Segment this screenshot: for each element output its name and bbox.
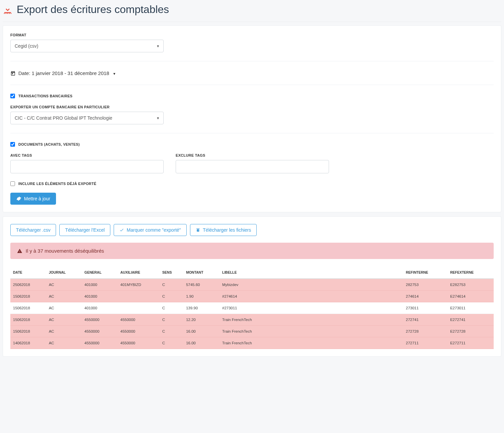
cell-sens: C bbox=[160, 326, 183, 337]
entries-table: DATE JOURNAL GENERAL AUXILIAIRE SENS MON… bbox=[10, 266, 494, 349]
download-icon bbox=[3, 5, 13, 15]
table-row: 15062018AC401000C1.90#274614274614E27461… bbox=[10, 291, 494, 302]
bank-account-select[interactable]: CIC - C/C Contrat PRO Global IPT Technol… bbox=[10, 112, 164, 124]
cell-general: 401000 bbox=[82, 302, 118, 314]
gears-icon bbox=[16, 196, 21, 201]
col-general: GENERAL bbox=[82, 266, 118, 279]
col-refinterne: REFINTERNE bbox=[403, 266, 447, 279]
download-files-button[interactable]: Télécharger les fichiers bbox=[190, 224, 257, 236]
warning-alert: Il y à 37 mouvements déséquilibrés bbox=[10, 243, 494, 259]
cell-libelle: Mybizdev bbox=[219, 279, 403, 291]
results-panel: Télécharger .csv Télécharger l'Excel Mar… bbox=[3, 216, 501, 357]
cell-refinterne: 272728 bbox=[403, 326, 447, 337]
cell-auxiliaire bbox=[118, 291, 160, 302]
date-range-picker[interactable]: Date: 1 janvier 2018 - 31 décembre 2018 bbox=[10, 70, 494, 76]
cell-libelle: Train FrenchTech bbox=[219, 337, 403, 349]
mark-exported-button[interactable]: Marquer comme "exporté" bbox=[114, 224, 186, 236]
cell-date: 15062018 bbox=[10, 326, 46, 337]
col-auxiliaire: AUXILIAIRE bbox=[118, 266, 160, 279]
include-exported-checkbox[interactable] bbox=[10, 181, 15, 186]
separator bbox=[10, 85, 494, 85]
cell-auxiliaire: 401MYBIZD bbox=[118, 279, 160, 291]
page-header: Export des écritures comptables bbox=[3, 0, 501, 22]
date-range-text: Date: 1 janvier 2018 - 31 décembre 2018 bbox=[18, 70, 109, 76]
update-button[interactable]: Mettre à jour bbox=[10, 193, 56, 205]
table-row: 25062018AC401000401MYBIZDC5745.60Mybizde… bbox=[10, 279, 494, 291]
warning-icon bbox=[17, 248, 22, 254]
cell-journal: AC bbox=[46, 314, 82, 326]
cell-journal: AC bbox=[46, 279, 82, 291]
cell-general: 401000 bbox=[82, 279, 118, 291]
col-date: DATE bbox=[10, 266, 46, 279]
cell-refinterne: 273011 bbox=[403, 302, 447, 314]
cell-refinterne: 282753 bbox=[403, 279, 447, 291]
cell-date: 14062018 bbox=[10, 337, 46, 349]
include-exported-label: INCLURE LES ÉLÉMENTS DÉJÀ EXPORTÉ bbox=[18, 182, 96, 186]
with-tags-input[interactable] bbox=[10, 160, 164, 173]
cell-sens: C bbox=[160, 291, 183, 302]
cell-date: 15062018 bbox=[10, 314, 46, 326]
download-excel-button[interactable]: Télécharger l'Excel bbox=[59, 224, 110, 236]
action-buttons: Télécharger .csv Télécharger l'Excel Mar… bbox=[10, 224, 494, 236]
cell-date: 25062018 bbox=[10, 279, 46, 291]
col-journal: JOURNAL bbox=[46, 266, 82, 279]
cell-journal: AC bbox=[46, 326, 82, 337]
transactions-checkbox-row: TRANSACTIONS BANCAIRES bbox=[10, 94, 494, 98]
documents-checkbox-row: DOCUMENTS (ACHATS, VENTES) bbox=[10, 142, 494, 147]
cell-libelle: Train FrenchTech bbox=[219, 314, 403, 326]
cell-auxiliaire: 4550000 bbox=[118, 326, 160, 337]
cell-refexterne: E273011 bbox=[447, 302, 494, 314]
cell-refexterne: E272741 bbox=[447, 314, 494, 326]
calendar-icon bbox=[10, 70, 16, 76]
cell-refinterne: 272711 bbox=[403, 337, 447, 349]
col-refexterne: REFEXTERNE bbox=[447, 266, 494, 279]
cell-general: 401000 bbox=[82, 291, 118, 302]
cell-sens: C bbox=[160, 337, 183, 349]
exclude-tags-label: EXCLURE TAGS bbox=[176, 153, 329, 157]
cell-refexterne: E272728 bbox=[447, 326, 494, 337]
cell-auxiliaire: 4550000 bbox=[118, 337, 160, 349]
cell-refexterne: E282753 bbox=[447, 279, 494, 291]
bank-account-label: EXPORTER UN COMPTE BANCAIRE EN PARTICULI… bbox=[10, 105, 494, 109]
cell-montant: 139.90 bbox=[183, 302, 219, 314]
cell-refexterne: E272711 bbox=[447, 337, 494, 349]
table-row: 14062018AC45500004550000C16.00Train Fren… bbox=[10, 337, 494, 349]
cell-libelle: Train FrenchTech bbox=[219, 326, 403, 337]
page-title: Export des écritures comptables bbox=[17, 3, 169, 16]
transactions-checkbox[interactable] bbox=[10, 94, 15, 98]
cell-montant: 16.00 bbox=[183, 326, 219, 337]
format-label: FORMAT bbox=[10, 33, 494, 37]
cell-refexterne: E274614 bbox=[447, 291, 494, 302]
table-row: 15062018AC401000C139.90#273011273011E273… bbox=[10, 302, 494, 314]
separator bbox=[10, 61, 494, 61]
alert-text: Il y à 37 mouvements déséquilibrés bbox=[26, 248, 104, 254]
cell-general: 4550000 bbox=[82, 337, 118, 349]
cell-libelle: #273011 bbox=[219, 302, 403, 314]
cell-general: 4550000 bbox=[82, 326, 118, 337]
update-button-label: Mettre à jour bbox=[24, 196, 50, 201]
cell-montant: 16.00 bbox=[183, 337, 219, 349]
with-tags-label: AVEC TAGS bbox=[10, 153, 164, 157]
include-exported-row: INCLURE LES ÉLÉMENTS DÉJÀ EXPORTÉ bbox=[10, 181, 494, 186]
cell-refinterne: 274614 bbox=[403, 291, 447, 302]
col-libelle: LIBELLE bbox=[219, 266, 403, 279]
separator bbox=[10, 133, 494, 133]
caret-down-icon bbox=[112, 70, 115, 76]
cell-montant: 5745.60 bbox=[183, 279, 219, 291]
exclude-tags-input[interactable] bbox=[176, 160, 329, 173]
cell-date: 15062018 bbox=[10, 291, 46, 302]
table-header-row: DATE JOURNAL GENERAL AUXILIAIRE SENS MON… bbox=[10, 266, 494, 279]
check-icon bbox=[119, 228, 124, 232]
cell-journal: AC bbox=[46, 302, 82, 314]
filter-panel: FORMAT Cegid (csv) Date: 1 janvier 2018 … bbox=[3, 25, 501, 212]
cell-sens: C bbox=[160, 302, 183, 314]
cell-date: 15062018 bbox=[10, 302, 46, 314]
documents-checkbox[interactable] bbox=[10, 142, 15, 147]
table-row: 15062018AC45500004550000C16.00Train Fren… bbox=[10, 326, 494, 337]
format-select[interactable]: Cegid (csv) bbox=[10, 40, 164, 52]
cell-general: 4550000 bbox=[82, 314, 118, 326]
col-sens: SENS bbox=[160, 266, 183, 279]
download-csv-button[interactable]: Télécharger .csv bbox=[10, 224, 56, 236]
table-row: 15062018AC45500004550000C12.20Train Fren… bbox=[10, 314, 494, 326]
col-montant: MONTANT bbox=[183, 266, 219, 279]
